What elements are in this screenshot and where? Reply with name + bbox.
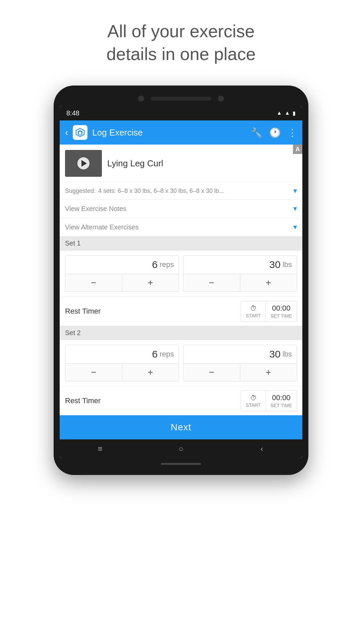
set-1-weight-unit: lbs [283,260,292,269]
suggested-text: 4 sets: 6–8 x 30 lbs, 6–8 x 30 lbs, 6–8 … [98,187,293,195]
app-bar: ‹ Log Exercise 🔧 🕐 ⋮ [60,120,302,145]
home-indicator [161,463,201,465]
set-1-reps-btn-row: − + [65,274,179,291]
clock-icon: ⏱ [250,305,257,312]
set-2-reps-value: 6 [152,348,158,360]
nav-menu-button[interactable]: ≡ [60,444,140,453]
set-2-weight-unit: lbs [283,350,292,359]
app-bar-actions: 🔧 🕐 ⋮ [251,127,297,138]
set-2-reps-value-row: 6 reps [65,345,179,364]
set-2-weight-group: 30 lbs − + [183,345,297,381]
rest-timer-2-set-time-label: SET TIME [270,403,292,408]
app-title: Log Exercise [92,127,246,138]
phone-frame: 8:48 ▲ ▲ ▮ ‹ Log Exercise [54,86,308,475]
set-1-reps-group: 6 reps − + [65,255,179,292]
play-button[interactable] [77,157,89,169]
set-2-reps-btn-row: − + [65,364,179,381]
set-2-reps-group: 6 reps − + [65,345,179,381]
rest-timer-2-controls: ⏱ START 00:00 SET TIME [241,390,297,411]
wrench-icon[interactable]: 🔧 [251,127,262,138]
rest-timer-2-label: Rest Timer [65,396,241,405]
rest-timer-1-controls: ⏱ START 00:00 SET TIME [241,301,297,322]
app-logo-icon [75,127,85,138]
more-icon[interactable]: ⋮ [288,127,297,138]
set-1-weight-group: 30 lbs − + [183,255,297,292]
rest-timer-2-start-button[interactable]: ⏱ START [241,391,266,411]
set-1-header: Set 1 [60,236,302,251]
rest-timer-1-label: Rest Timer [65,307,241,316]
page-wrapper: All of your exercisedetails in one place… [0,0,362,644]
set-1-weight-value-row: 30 lbs [183,256,297,274]
rest-timer-2-time-col: 00:00 SET TIME [266,391,297,411]
history-icon[interactable]: 🕐 [269,127,281,138]
content-area: Lying Leg Curl A Suggested: 4 sets: 6–8 … [60,145,302,458]
rest-timer-1-set-time-label: SET TIME [270,313,292,319]
next-button[interactable]: Next [60,415,302,439]
set-1-controls: 6 reps − + 30 lbs [60,251,302,297]
bottom-nav: ≡ ○ ‹ [60,439,302,458]
set-2-controls: 6 reps − + 30 lbs [60,340,302,386]
set-1-weight-btn-row: − + [183,274,297,291]
phone-top [60,96,302,102]
set-1-reps-value: 6 [152,259,158,270]
status-time: 8:48 [66,109,79,117]
notes-chevron-icon: ▾ [293,204,297,213]
set-2-reps-plus-button[interactable]: + [122,364,179,381]
view-alternates-label: View Alternate Exercises [65,223,139,231]
set-2-weight-value-row: 30 lbs [183,345,297,364]
set-2-weight-minus-button[interactable]: − [183,364,240,381]
app-icon [73,125,87,140]
view-alternates-row[interactable]: View Alternate Exercises ▾ [60,218,302,236]
view-notes-row[interactable]: View Exercise Notes ▾ [60,199,302,218]
phone-bottom [60,463,302,465]
suggested-row[interactable]: Suggested: 4 sets: 6–8 x 30 lbs, 6–8 x 3… [60,182,302,199]
alternates-chevron-icon: ▾ [293,223,297,231]
exercise-header: Lying Leg Curl A [60,145,302,182]
exercise-letter-badge: A [293,145,302,154]
set-1-weight-value: 30 [269,259,281,270]
exercise-name: Lying Leg Curl [107,158,297,169]
set-1-reps-plus-button[interactable]: + [122,274,179,291]
rest-timer-2-time: 00:00 [272,393,290,402]
nav-back-button[interactable]: ‹ [222,444,302,453]
set-2-header: Set 2 [60,326,302,340]
set-1-weight-minus-button[interactable]: − [183,274,240,291]
rest-timer-1-start-button[interactable]: ⏱ START [241,301,266,321]
signal-icon: ▲ [277,110,282,116]
back-button[interactable]: ‹ [65,127,68,138]
set-2-weight-plus-button[interactable]: + [240,364,297,381]
set-1-reps-unit: reps [160,260,174,269]
nav-home-button[interactable]: ○ [140,444,221,453]
set-1-weight-plus-button[interactable]: + [240,274,297,291]
rest-timer-1-time: 00:00 [272,304,290,313]
suggested-label: Suggested: [65,187,96,195]
set-1-reps-value-row: 6 reps [65,256,179,274]
battery-icon: ▮ [293,110,296,116]
rest-timer-1-row: Rest Timer ⏱ START 00:00 SET TIME [60,297,302,326]
suggested-chevron-icon[interactable]: ▾ [293,186,297,195]
set-1-reps-minus-button[interactable]: − [65,274,122,291]
rest-timer-2-row: Rest Timer ⏱ START 00:00 SET TIME [60,386,302,415]
speaker-grille [151,97,211,101]
camera-dot [138,96,144,102]
rest-timer-1-time-col: 00:00 SET TIME [266,301,297,321]
rest-timer-2-start-label: START [246,402,261,408]
status-bar: 8:48 ▲ ▲ ▮ [60,106,302,120]
set-2-weight-btn-row: − + [183,364,297,381]
clock-2-icon: ⏱ [250,394,257,402]
phone-screen: 8:48 ▲ ▲ ▮ ‹ Log Exercise [60,106,302,458]
rest-timer-1-start-label: START [246,313,261,318]
set-2-reps-minus-button[interactable]: − [65,364,122,381]
headline: All of your exercisedetails in one place [79,20,282,65]
set-2-reps-unit: reps [160,350,174,359]
view-notes-label: View Exercise Notes [65,205,126,213]
set-2-weight-value: 30 [269,348,281,360]
camera-dot-right [218,96,224,102]
status-icons: ▲ ▲ ▮ [277,110,296,116]
exercise-thumbnail[interactable] [65,150,102,177]
wifi-icon: ▲ [285,110,290,116]
